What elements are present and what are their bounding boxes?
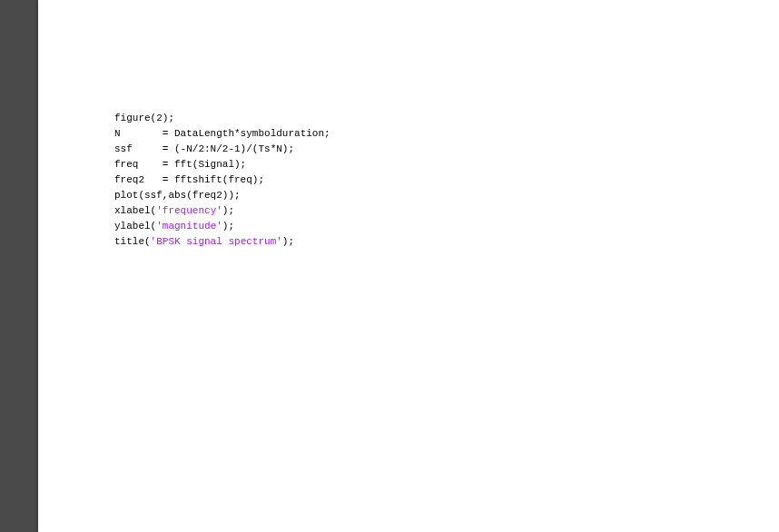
viewer-left-margin: [0, 0, 38, 532]
code-line: xlabel(: [114, 205, 156, 216]
code-line: title(: [114, 236, 151, 247]
code-line: figure(2);: [114, 113, 174, 123]
code-line-end: );: [222, 221, 234, 232]
code-line: ssf = (-N/2:N/2-1)/(Ts*N);: [114, 143, 294, 154]
code-line: freq2 = fftshift(freq);: [114, 174, 264, 185]
code-line-end: );: [282, 236, 294, 247]
string-literal: 'frequency': [156, 205, 222, 216]
code-block: figure(2); N = DataLength*symbolduration…: [114, 111, 330, 250]
code-line: N = DataLength*symbolduration;: [114, 128, 330, 139]
code-line: ylabel(: [114, 221, 156, 232]
code-line: freq = fft(Signal);: [114, 159, 246, 170]
document-page: figure(2); N = DataLength*symbolduration…: [38, 0, 779, 532]
string-literal: 'BPSK signal spectrum': [151, 236, 282, 247]
string-literal: 'magnitude': [156, 221, 222, 232]
code-line: plot(ssf,abs(freq2));: [114, 190, 241, 201]
code-line-end: );: [222, 205, 234, 216]
